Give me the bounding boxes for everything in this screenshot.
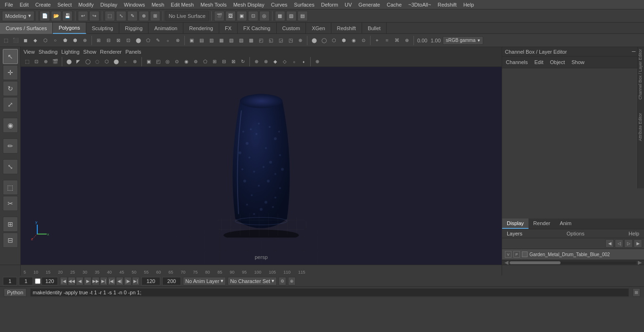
layer-visibility-icon[interactable]: V — [505, 251, 512, 258]
layout2-btn[interactable]: ▧ — [286, 11, 297, 21]
tool4[interactable]: ◆ — [31, 36, 40, 45]
vp-icon18[interactable]: ⊚ — [191, 57, 200, 66]
snap-grid-btn[interactable]: ⊟ — [3, 233, 18, 248]
snap1[interactable]: ⌖ — [372, 36, 382, 45]
menu-edit-mesh[interactable]: Edit Mesh — [168, 1, 197, 8]
edit-subtab[interactable]: Edit — [532, 58, 545, 66]
attribute-editor-strip-label[interactable]: Attribute Editor — [638, 111, 644, 143]
tab-fx-caching[interactable]: FX Caching — [238, 23, 276, 34]
open-scene-btn[interactable]: 📂 — [51, 11, 61, 21]
channels-subtab[interactable]: Channels — [504, 58, 529, 66]
vp-icon22[interactable]: ⊠ — [229, 57, 238, 66]
vp-icon11[interactable]: ⬦ — [121, 57, 130, 66]
menu-mesh-tools[interactable]: Mesh Tools — [198, 1, 229, 8]
menu-curves[interactable]: Curves — [268, 1, 290, 8]
tab-rendering[interactable]: Rendering — [183, 23, 219, 34]
tab-polygons[interactable]: Polygons — [53, 23, 86, 34]
character-set-dropdown[interactable]: No Character Set ▾ — [228, 277, 277, 285]
display-btn[interactable]: ◎ — [259, 11, 270, 21]
timeline-ruler[interactable]: 5 10 15 20 25 30 35 40 45 50 55 60 65 70… — [21, 265, 502, 275]
vp-icon16[interactable]: ⊙ — [173, 57, 181, 66]
layout-btn[interactable]: ▦ — [275, 11, 285, 21]
gamma-dropdown[interactable]: sRGB gamma ▾ — [443, 36, 483, 45]
move-tool-btn[interactable]: ✛ — [3, 65, 18, 80]
tool5[interactable]: ⬡ — [41, 36, 50, 45]
show-subtab[interactable]: Show — [570, 58, 586, 66]
viewport-lighting-menu[interactable]: Lighting — [61, 49, 80, 55]
settings-btn[interactable]: ⚙ — [279, 277, 286, 285]
vp-icon27[interactable]: ◇ — [281, 57, 289, 66]
layer-playback-icon[interactable]: P — [513, 251, 520, 258]
tool28[interactable]: ◲ — [276, 36, 285, 45]
tool26[interactable]: ◰ — [256, 36, 265, 45]
command-settings-btn[interactable]: ⊞ — [633, 288, 640, 297]
paint-sel-btn[interactable]: ✏ — [3, 138, 18, 154]
vp-icon8[interactable]: ◌ — [93, 57, 101, 66]
auto-key-btn[interactable]: ⊕ — [288, 277, 296, 285]
new-layer-btn[interactable]: ◀ — [605, 239, 614, 248]
tool7[interactable]: ⬟ — [60, 36, 70, 45]
vp-icon5[interactable]: ⬤ — [65, 57, 73, 66]
tool23[interactable]: ▧ — [226, 36, 236, 45]
menu-edit[interactable]: Edit — [17, 1, 32, 8]
shading3[interactable]: ⬡ — [329, 36, 339, 45]
menu-cache[interactable]: Cache — [384, 1, 405, 8]
menu-uv[interactable]: UV — [342, 1, 355, 8]
vp-icon26[interactable]: ◆ — [271, 57, 280, 66]
menu-windows[interactable]: Windows — [121, 1, 148, 8]
tool6[interactable]: ○ — [50, 36, 60, 45]
vp-icon28[interactable]: ⬦ — [290, 57, 298, 66]
panel-minimize-btn[interactable]: ─ — [632, 49, 636, 55]
tool18[interactable]: ⊗ — [173, 36, 182, 45]
horizontal-scrollbar[interactable]: ◀ ▶ — [502, 260, 644, 265]
snap-btn[interactable]: ⊕ — [139, 11, 149, 21]
snap2[interactable]: ⌗ — [382, 36, 392, 45]
camera-btn[interactable]: 🎬 — [214, 11, 224, 21]
render-tab[interactable]: Render — [528, 219, 555, 229]
render-btn[interactable]: 🖼 — [225, 11, 236, 21]
help-label[interactable]: Help — [627, 229, 641, 238]
vp-icon24[interactable]: ⊕ — [252, 57, 261, 66]
menu-display[interactable]: Display — [98, 1, 120, 8]
tool3[interactable]: ◼ — [21, 36, 30, 45]
vp-icon29[interactable]: ⬧ — [299, 57, 308, 66]
vp-icon12[interactable]: ⊗ — [131, 57, 139, 66]
tool17[interactable]: ⬦ — [163, 36, 173, 45]
anim-end-input[interactable] — [162, 277, 181, 285]
lasso-sel-btn[interactable]: ⤡ — [3, 159, 18, 174]
shading2[interactable]: ◯ — [319, 36, 329, 45]
tab-xgen[interactable]: XGen — [306, 23, 331, 34]
tool10[interactable]: ⊞ — [94, 36, 103, 45]
scale-tool-btn[interactable]: ⤢ — [3, 97, 18, 112]
menu-mesh[interactable]: Mesh — [149, 1, 167, 8]
ipr-btn[interactable]: ⊡ — [248, 11, 258, 21]
layout3-btn[interactable]: ▤ — [297, 11, 308, 21]
menu-create[interactable]: Create — [33, 1, 54, 8]
frame-checkbox[interactable] — [35, 278, 41, 284]
key-start-btn[interactable]: |◀| — [108, 277, 116, 285]
tool8[interactable]: ⬢ — [70, 36, 80, 45]
vp-icon25[interactable]: ⊗ — [262, 57, 270, 66]
tool27[interactable]: ◱ — [266, 36, 275, 45]
paint-btn[interactable]: ✎ — [127, 11, 138, 21]
tab-rigging[interactable]: Rigging — [119, 23, 149, 34]
tool30[interactable]: ⊕ — [296, 36, 305, 45]
shading1[interactable]: ⬤ — [309, 36, 319, 45]
play-back-btn[interactable]: ◀ — [76, 277, 83, 285]
vp-icon14[interactable]: ◰ — [154, 57, 162, 66]
vp-icon2[interactable]: ⊡ — [32, 57, 41, 66]
viewport-panels-menu[interactable]: Panels — [125, 49, 141, 55]
save-scene-btn[interactable]: 💾 — [62, 11, 73, 21]
scroll-thumb[interactable] — [510, 261, 561, 264]
channel-box-strip-label[interactable]: Channel Box / Layer Editor — [638, 47, 644, 102]
vp-icon10[interactable]: ⬤ — [112, 57, 120, 66]
new-scene-btn[interactable]: 📄 — [40, 11, 50, 21]
vp-icon4[interactable]: 🎬 — [51, 57, 59, 66]
rotate-tool-btn[interactable]: ↻ — [3, 81, 18, 96]
step-back-btn[interactable]: ◀◀ — [68, 277, 75, 285]
menu-deform[interactable]: Deform — [318, 1, 341, 8]
snap4[interactable]: ⊕ — [402, 36, 412, 45]
menu-select[interactable]: Select — [55, 1, 75, 8]
redo-btn[interactable]: ↪ — [89, 11, 99, 21]
3d-viewport[interactable]: x y z persp — [21, 67, 502, 265]
